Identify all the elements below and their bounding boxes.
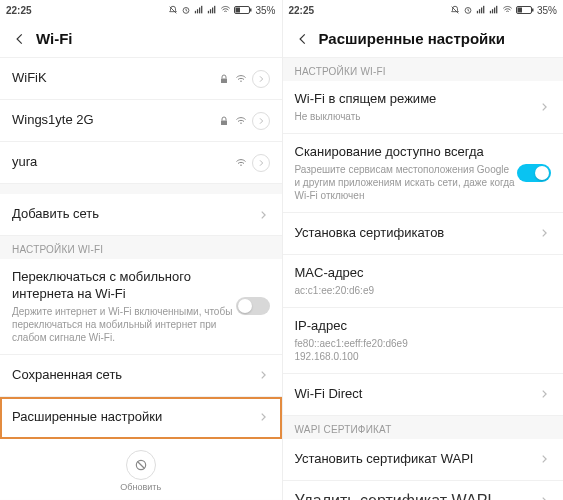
battery-icon <box>234 5 252 15</box>
status-icons: 35% <box>450 5 557 16</box>
phone-right: 22:25 35% Расширенные настройки НАСТРОЙК… <box>282 0 564 500</box>
signal-icon <box>194 5 204 15</box>
chevron-left-icon <box>296 32 310 46</box>
status-time: 22:25 <box>6 5 32 16</box>
alarm-icon <box>181 5 191 15</box>
svg-rect-19 <box>477 11 478 13</box>
wapi-install-row[interactable]: Установить сертификат WAPI <box>283 439 564 481</box>
content-right[interactable]: НАСТРОЙКИ WI-FI Wi-Fi в спящем режиме Не… <box>283 58 564 500</box>
wifi-name: WiFiK <box>12 70 218 87</box>
svg-rect-28 <box>517 8 522 13</box>
status-bar: 22:25 35% <box>0 0 282 20</box>
battery-icon <box>516 5 534 15</box>
chevron-right-icon <box>256 208 270 222</box>
signal-icon <box>476 5 486 15</box>
chevron-right-icon <box>256 410 270 424</box>
svg-rect-21 <box>481 8 482 14</box>
section-header-wifi-settings: НАСТРОЙКИ WI-FI <box>0 236 282 259</box>
svg-rect-4 <box>199 8 200 14</box>
always-scan-row[interactable]: Сканирование доступно всегда Разрешите с… <box>283 134 564 213</box>
ip-value-1: fe80::aec1:eeff:fe20:d6e9 <box>295 337 552 350</box>
wapi-delete-row[interactable]: Удалить сертификат WAPI <box>283 481 564 500</box>
wifi-network-row[interactable]: WiFiK <box>0 58 282 100</box>
dnd-icon <box>168 5 178 15</box>
battery-pct: 35% <box>255 5 275 16</box>
svg-rect-13 <box>221 78 227 83</box>
svg-rect-12 <box>250 9 252 12</box>
dnd-icon <box>450 5 460 15</box>
signal-icon-2 <box>489 5 499 15</box>
svg-rect-26 <box>496 6 497 13</box>
phone-left: 22:25 35% Wi-Fi WiFiK Wings1yte <box>0 0 282 500</box>
wifi-name: yura <box>12 154 235 171</box>
svg-rect-6 <box>208 11 209 13</box>
svg-rect-3 <box>197 9 198 13</box>
svg-rect-23 <box>490 11 491 13</box>
advanced-settings-row[interactable]: Расширенные настройки <box>0 397 282 439</box>
svg-rect-24 <box>492 9 493 13</box>
wifi-status-icon <box>502 5 513 15</box>
chevron-right-icon <box>537 452 551 466</box>
header: Расширенные настройки <box>283 20 564 58</box>
svg-rect-29 <box>532 9 534 12</box>
wifi-signal-icon <box>235 73 247 85</box>
wifi-signal-icon <box>235 115 247 127</box>
chevron-right-icon <box>256 368 270 382</box>
svg-rect-22 <box>483 6 484 13</box>
mobile-switch-toggle[interactable] <box>236 297 270 315</box>
saved-networks-label: Сохраненная сеть <box>12 367 256 384</box>
ip-address-row: IP-адрес fe80::aec1:eeff:fe20:d6e9 192.1… <box>283 308 564 374</box>
battery-pct: 35% <box>537 5 557 16</box>
install-certs-row[interactable]: Установка сертификатов <box>283 213 564 255</box>
chevron-right-icon[interactable] <box>252 154 270 172</box>
chevron-right-icon[interactable] <box>252 70 270 88</box>
mobile-switch-row[interactable]: Переключаться с мобильного интернета на … <box>0 259 282 355</box>
scan-sub: Разрешите сервисам местоположения Google… <box>295 163 518 202</box>
back-button[interactable] <box>10 29 30 49</box>
saved-networks-row[interactable]: Сохраненная сеть <box>0 355 282 397</box>
wifi-direct-label: Wi-Fi Direct <box>295 386 538 403</box>
scan-title: Сканирование доступно всегда <box>295 144 518 161</box>
chevron-right-icon <box>537 100 551 114</box>
always-scan-toggle[interactable] <box>517 164 551 182</box>
lock-icon <box>218 73 230 85</box>
add-network-row[interactable]: Добавить сеть <box>0 194 282 236</box>
sleep-title: Wi-Fi в спящем режиме <box>295 91 538 108</box>
install-certs-label: Установка сертификатов <box>295 225 538 242</box>
wapi-install-label: Установить сертификат WAPI <box>295 451 538 468</box>
header: Wi-Fi <box>0 20 282 58</box>
lock-icon <box>218 115 230 127</box>
advanced-settings-label: Расширенные настройки <box>12 409 256 426</box>
svg-rect-8 <box>212 8 213 14</box>
wifi-signal-icon <box>235 157 247 169</box>
wapi-delete-label: Удалить сертификат WAPI <box>295 492 538 500</box>
status-time: 22:25 <box>289 5 315 16</box>
wifi-direct-row[interactable]: Wi-Fi Direct <box>283 374 564 416</box>
section-header-wapi: WAPI СЕРТИФИКАТ <box>283 416 564 439</box>
wifi-network-row[interactable]: Wings1yte 2G <box>0 100 282 142</box>
page-title: Расширенные настройки <box>319 30 506 47</box>
mac-value: ac:c1:ee:20:d6:e9 <box>295 284 552 297</box>
section-header-wifi-settings: НАСТРОЙКИ WI-FI <box>283 58 564 81</box>
svg-rect-11 <box>236 8 241 13</box>
mac-address-row: MAC-адрес ac:c1:ee:20:d6:e9 <box>283 255 564 308</box>
mobile-switch-sub: Держите интернет и Wi-Fi включенными, чт… <box>12 305 236 344</box>
ip-value-2: 192.168.0.100 <box>295 350 552 363</box>
chevron-right-icon <box>537 494 551 500</box>
chevron-right-icon <box>537 226 551 240</box>
ip-title: IP-адрес <box>295 318 552 335</box>
svg-rect-9 <box>215 6 216 13</box>
status-icons: 35% <box>168 5 275 16</box>
wifi-network-row[interactable]: yura <box>0 142 282 184</box>
sleep-mode-row[interactable]: Wi-Fi в спящем режиме Не выключать <box>283 81 564 134</box>
content-left[interactable]: WiFiK Wings1yte 2G yura Добав <box>0 58 282 500</box>
svg-rect-20 <box>479 9 480 13</box>
sleep-sub: Не выключать <box>295 110 538 123</box>
back-button[interactable] <box>293 29 313 49</box>
chevron-right-icon[interactable] <box>252 112 270 130</box>
alarm-icon <box>463 5 473 15</box>
svg-rect-2 <box>195 11 196 13</box>
page-title: Wi-Fi <box>36 30 73 47</box>
svg-rect-5 <box>202 6 203 13</box>
wifi-name: Wings1yte 2G <box>12 112 218 129</box>
